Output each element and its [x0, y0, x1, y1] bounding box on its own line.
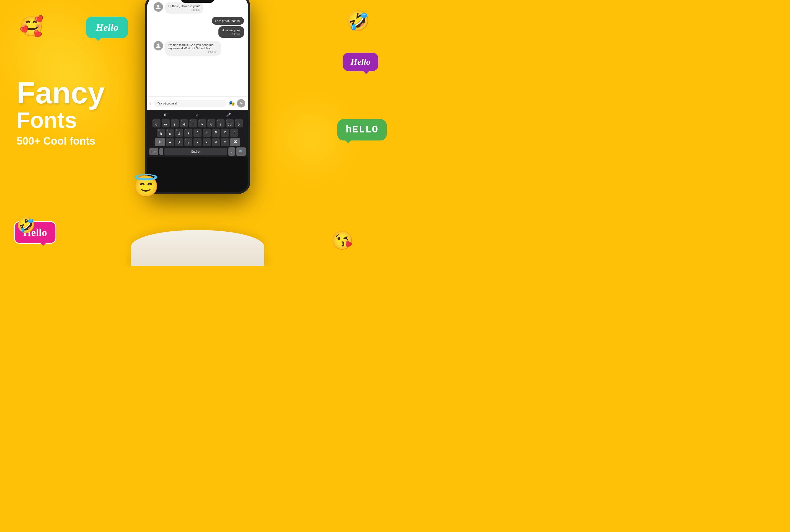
pedestal [131, 230, 264, 266]
kb-row-2: @ā #s &∂ *ƒ g н л к ℓ [148, 129, 247, 137]
bubble-msg-1: Hi there, How are you? 2:48 pm [165, 2, 203, 14]
emoji-angel: 😇 [133, 176, 159, 197]
kb-key-h[interactable]: н [203, 129, 211, 137]
kb-key-t[interactable]: 5Т [189, 119, 197, 128]
kb-period-key[interactable]: . [228, 147, 235, 156]
bubble-green: hELLO [337, 119, 387, 140]
bubble-green-text: hELLO [346, 124, 378, 135]
bubble-purple: Hello [343, 53, 378, 71]
kb-row-3: ⇧ z χ $¢ v в и м ⌫ [148, 138, 247, 146]
kb-search-key[interactable]: 🔍 [236, 147, 246, 156]
msg-time-2: 2:48 pm [222, 33, 241, 36]
bubble-teal-text: Hello [96, 22, 118, 33]
phone-container: Hi there, How are you? 2:48 pm I am grea… [145, 0, 250, 194]
bubble-msg-3: How are you? 2:48 pm [219, 26, 244, 38]
kb-key-b[interactable]: в [203, 138, 211, 146]
msg-text-1: Hi there, How are you? [169, 4, 200, 8]
msg-time-1: 2:48 pm [169, 8, 200, 11]
kb-key-x[interactable]: χ [175, 138, 183, 146]
kb-shift-key[interactable]: ⇧ [155, 138, 165, 146]
kb-special-key[interactable]: ?123 [149, 148, 158, 155]
msg-text-3: How are you? [222, 28, 241, 32]
kb-top-row: ⊞ ☺ 🎤 [148, 111, 247, 118]
fonts-title: Fonts [17, 108, 105, 132]
msg-time-4: 2:51 pm [169, 51, 217, 54]
kb-key-z[interactable]: z [166, 138, 174, 146]
kb-key-n[interactable]: и [212, 138, 220, 146]
chat-area: Hi there, How are you? 2:48 pm I am grea… [147, 0, 248, 96]
kb-key-i[interactable]: 8ι [217, 119, 225, 128]
phone-notch [181, 0, 214, 3]
message-1: Hi there, How are you? 2:48 pm [151, 2, 244, 14]
emoji-button[interactable]: 🎭 [229, 100, 235, 107]
kb-key-v[interactable]: v [193, 138, 202, 146]
fancy-title: Fancy [17, 78, 105, 108]
emoji-laugh-cry-top: 🤣 [346, 11, 370, 31]
avatar-2 [154, 41, 163, 51]
kb-key-k[interactable]: к [221, 129, 229, 137]
subtitle: 500+ Cool fonts [17, 135, 105, 147]
msg-text-2: I am great, thanks! [215, 19, 240, 22]
kb-key-d[interactable]: &∂ [175, 129, 183, 137]
chevron-icon: › [150, 101, 151, 106]
kb-key-a[interactable]: @ā [157, 129, 165, 137]
bg-glow-3 [284, 111, 340, 166]
input-row: › Yaa σƒçουяse! 🎭 [147, 96, 248, 110]
kb-key-w[interactable]: 2ω [162, 119, 170, 128]
kb-key-s[interactable]: #s [166, 129, 174, 137]
kb-emoji-btn[interactable]: ☺ [195, 113, 199, 117]
emoji-kiss: 😘 [331, 231, 353, 249]
bubble-msg-2: I am great, thanks! [212, 17, 244, 25]
kb-key-p[interactable]: 0ρ [235, 119, 243, 128]
emoji-heart-face: 🥰 [19, 17, 43, 36]
kb-mic-btn[interactable]: 🎤 [226, 113, 231, 117]
msg-text-4: I'm fine thanks. Can you send me my newe… [169, 43, 214, 50]
kb-key-f[interactable]: *ƒ [184, 129, 192, 137]
emoji-laugh-cry-bottom: 🤣 [17, 217, 36, 233]
kb-key-y[interactable]: 6у [198, 119, 206, 128]
avatar-1 [154, 2, 163, 12]
kb-key-g[interactable]: g [193, 129, 202, 137]
kb-key-j[interactable]: л [212, 129, 220, 137]
bubble-purple-text: Hello [350, 57, 371, 67]
kb-key-r[interactable]: 4Я [180, 119, 188, 128]
keyboard: ⊞ ☺ 🎤 1q 2ω 3ε 4Я 5Т 6у 7υ 8ι 9σρ 0ρ @ā … [147, 110, 248, 157]
left-section: Fancy Fonts 500+ Cool fonts [17, 78, 105, 147]
message-4: I'm fine thanks. Can you send me my newe… [151, 41, 244, 56]
kb-key-e[interactable]: 3ε [171, 119, 179, 128]
kb-delete-key[interactable]: ⌫ [230, 138, 240, 146]
message-input[interactable]: Yaa σƒçουяse! [154, 100, 226, 107]
phone-mockup: Hi there, How are you? 2:48 pm I am grea… [145, 0, 250, 194]
kb-key-c[interactable]: $¢ [184, 138, 192, 146]
kb-row-1: 1q 2ω 3ε 4Я 5Т 6у 7υ 8ι 9σρ 0ρ [148, 119, 247, 128]
send-button[interactable] [237, 99, 245, 108]
kb-plus-btn[interactable]: ⊞ [164, 113, 167, 117]
kb-key-q[interactable]: 1q [152, 119, 161, 128]
bubble-teal: Hello [86, 17, 128, 38]
kb-key-m[interactable]: м [221, 138, 229, 146]
kb-comma-key[interactable]: , [159, 148, 164, 155]
sent-messages-group: I am great, thanks! How are you? 2:48 pm [151, 17, 244, 38]
kb-key-l[interactable]: ℓ [230, 129, 238, 137]
kb-key-u[interactable]: 7υ [207, 119, 215, 128]
kb-bottom-row: ?123 , English . 🔍 [148, 147, 247, 156]
kb-key-o[interactable]: 9σρ [226, 119, 234, 128]
kb-space-key[interactable]: English [164, 148, 227, 155]
bubble-msg-4: I'm fine thanks. Can you send me my newe… [165, 41, 221, 56]
